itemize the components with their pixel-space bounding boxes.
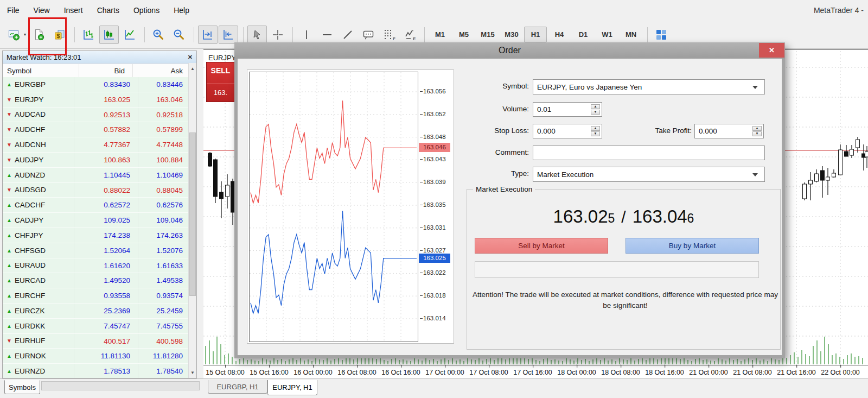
market-watch-row[interactable]: ▼AUDCNH4.773674.77448 (3, 137, 188, 153)
fibonacci-button[interactable]: F (379, 26, 399, 44)
tile-windows-button[interactable] (652, 26, 671, 44)
chart-shift-button[interactable] (198, 26, 218, 44)
market-watch-row[interactable]: ▲EURGBP0.834300.83446 (3, 77, 188, 92)
zoom-in-button[interactable] (149, 26, 168, 44)
stop-loss-input[interactable]: 0.000 (533, 124, 602, 138)
market-watch-titlebar[interactable]: Market Watch: 16:23:01 ✕ (3, 51, 196, 64)
market-execution-group-label: Market Execution (473, 185, 535, 193)
vertical-line-button[interactable] (297, 26, 316, 44)
spin-down-button[interactable] (752, 131, 762, 136)
market-watch-row[interactable]: ▲CHFJPY174.238174.263 (3, 228, 188, 243)
market-watch-row[interactable]: ▲CADJPY109.025109.046 (3, 213, 188, 228)
new-profile-button[interactable] (29, 26, 49, 44)
market-watch-row[interactable]: ▲EURAUD1.616201.61633 (3, 258, 188, 274)
spin-up-button[interactable] (591, 104, 600, 109)
close-icon[interactable]: ✕ (188, 54, 193, 61)
scrollbar-thumb[interactable] (189, 132, 196, 296)
menu-item-insert[interactable]: Insert (57, 3, 90, 17)
menu-item-view[interactable]: View (27, 3, 57, 17)
new-chart-button[interactable] (4, 26, 24, 44)
close-button[interactable]: ✕ (759, 43, 784, 58)
up-arrow-icon: ▲ (7, 262, 15, 268)
horizontal-line-button[interactable] (317, 26, 337, 44)
symbol-cell: ▲EURAUD (3, 258, 74, 273)
indicators-button[interactable]: E (400, 26, 419, 44)
up-arrow-icon: ▲ (7, 81, 15, 87)
timeframe-m15[interactable]: M15 (476, 27, 499, 42)
market-watch-row[interactable]: ▼AUDJPY100.863100.884 (3, 153, 188, 168)
cursor-button[interactable] (247, 26, 267, 44)
comment-input[interactable] (533, 146, 765, 160)
scroll-down-icon[interactable]: ▼ (189, 368, 196, 377)
stop-loss-spinner (591, 126, 600, 136)
column-bid[interactable]: Bid (79, 64, 133, 78)
timeframe-m30[interactable]: M30 (500, 27, 523, 42)
timeframe-w1[interactable]: W1 (596, 27, 618, 42)
timeframe-mn[interactable]: MN (620, 27, 642, 42)
take-profit-input[interactable]: 0.000 (694, 124, 764, 138)
new-chart-dropdown-icon[interactable]: ▾ (24, 32, 26, 37)
type-select[interactable]: Market Execution (533, 167, 765, 182)
candlestick-chart-button[interactable] (99, 26, 119, 44)
market-watch-row[interactable]: ▲CHFSGD1.520641.52076 (3, 243, 188, 258)
spin-up-button[interactable] (591, 126, 600, 131)
market-watch-row[interactable]: ▲CADCHF0.625720.62576 (3, 198, 188, 213)
bid-value: 0.83430 (74, 77, 138, 92)
line-chart-button[interactable] (120, 26, 139, 44)
timeframe-h4[interactable]: H4 (548, 27, 571, 42)
column-ask[interactable]: Ask (133, 64, 188, 78)
sell-by-market-button[interactable]: Sell by Market (475, 238, 608, 254)
market-watch-row[interactable]: ▲EURCAD1.495201.49538 (3, 273, 188, 288)
column-symbol[interactable]: Symbol (3, 64, 79, 78)
menu-item-help[interactable]: Help (167, 3, 196, 17)
market-watch-row[interactable]: ▼EURHUF400.517400.598 (3, 334, 188, 349)
auto-scroll-button[interactable] (219, 26, 238, 44)
spin-down-button[interactable] (591, 131, 600, 136)
menu-item-file[interactable]: File (0, 3, 27, 17)
zoom-out-button[interactable] (169, 26, 189, 44)
market-watch-row[interactable]: ▲AUDNZD1.104451.10469 (3, 168, 188, 183)
text-label-button[interactable] (359, 26, 378, 44)
spin-up-button[interactable] (752, 126, 762, 131)
timeframe-m1[interactable]: M1 (429, 27, 451, 42)
buy-by-market-button[interactable]: Buy by Market (626, 238, 759, 254)
menu-item-options[interactable]: Options (126, 3, 167, 17)
tab-chart-eurjpy[interactable]: EURJPY, H1 (267, 380, 317, 395)
bar-chart-button[interactable] (79, 26, 98, 44)
market-watch-row[interactable]: ▲EURCZK25.236925.2459 (3, 304, 188, 319)
symbol-name: AUDCNH (15, 141, 46, 149)
symbols-button[interactable]: $ (50, 26, 69, 44)
market-watch-row[interactable]: ▲EURNOK11.8113011.81280 (3, 349, 188, 364)
bid-value: 11.81130 (74, 349, 138, 363)
market-watch-row[interactable]: ▲EURNZD1.785131.78540 (3, 364, 188, 378)
market-watch-row[interactable]: ▼EURJPY163.025163.046 (3, 92, 188, 108)
price-scale-label: 163.031 (423, 223, 446, 232)
menu-item-charts[interactable]: Charts (90, 3, 126, 17)
timeline-label: 16 Oct 16:00 (381, 369, 420, 376)
trendline-button[interactable] (338, 26, 358, 44)
market-watch-row[interactable]: ▲EURCHF0.935580.93574 (3, 288, 188, 304)
tab-symbols[interactable]: Symbols (4, 380, 40, 394)
spin-down-button[interactable] (591, 110, 600, 115)
ask-value: 0.83446 (138, 77, 188, 92)
timeframe-m5[interactable]: M5 (452, 27, 475, 42)
bid-value: 109.025 (74, 213, 138, 228)
volume-input[interactable]: 0.01 (533, 102, 602, 117)
crosshair-button[interactable] (268, 26, 288, 44)
sell-label: SELL (207, 62, 234, 75)
timeframe-d1[interactable]: D1 (572, 27, 595, 42)
market-watch-scrollbar[interactable]: ▲ ▼ (188, 63, 196, 378)
market-watch-row[interactable]: ▲EURDKK7.457477.45755 (3, 319, 188, 334)
one-click-sell-button[interactable]: SELL 163. (206, 62, 235, 102)
scroll-up-icon[interactable]: ▲ (189, 64, 196, 73)
ask-value: 7.45755 (138, 319, 188, 333)
symbol-cell: ▲CHFSGD (3, 243, 74, 258)
symbol-name: AUDSGD (15, 186, 46, 194)
market-watch-row[interactable]: ▼AUDCHF0.578820.57899 (3, 122, 188, 137)
market-watch-row[interactable]: ▼AUDSGD0.880220.88045 (3, 183, 188, 198)
tab-chart-eurgbp[interactable]: EURGBP, H1 (208, 380, 267, 394)
order-dialog-titlebar[interactable]: Order (234, 42, 785, 59)
symbol-select[interactable]: EURJPY, Euro vs Japanese Yen (533, 79, 765, 94)
market-watch-row[interactable]: ▼AUDCAD0.925130.92518 (3, 108, 188, 123)
timeframe-h1[interactable]: H1 (524, 27, 547, 42)
